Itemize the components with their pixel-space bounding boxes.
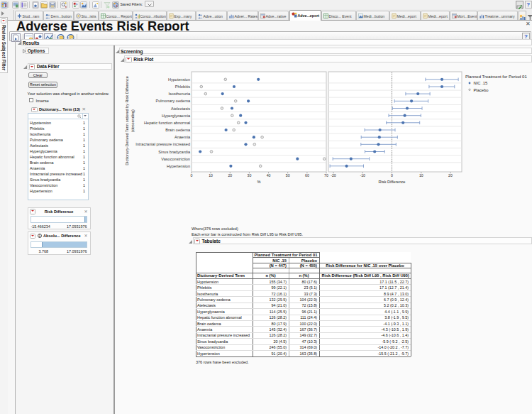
svg-text:Anaemia: Anaemia [174,135,191,139]
svg-text:70: 70 [324,173,328,178]
svg-text:-20: -20 [331,173,336,178]
svg-text:40: 40 [267,173,271,178]
svg-text:10: 10 [419,173,423,178]
svg-text:Hyperglycaemia: Hyperglycaemia [162,114,191,118]
svg-text:Intracranial pressure increase: Intracranial pressure increased [135,142,190,146]
svg-text:0: 0 [191,173,193,178]
svg-text:30: 30 [248,173,252,178]
svg-text:Risk Difference: Risk Difference [379,180,406,184]
svg-text:10: 10 [209,173,213,178]
svg-text:20: 20 [228,173,232,178]
svg-text:%: % [257,180,261,184]
svg-text:Isosthenuria: Isosthenuria [169,92,191,96]
svg-text:Pulmonary oedema: Pulmonary oedema [155,99,190,103]
svg-text:Atelectasis: Atelectasis [171,107,190,111]
svg-text:-10: -10 [360,173,365,178]
svg-text:Dictionary-Derived Term ordere: Dictionary-Derived Term ordered by Risk … [125,76,129,165]
svg-text:20: 20 [448,173,453,178]
svg-text:Hypertension: Hypertension [167,164,190,168]
svg-text:60: 60 [305,173,309,178]
svg-text:NIC .15: NIC .15 [474,81,488,85]
svg-text:Planned Treatment for Period 0: Planned Treatment for Period 01 [465,75,527,79]
svg-text:50: 50 [286,173,290,178]
svg-text:Sinus bradycardia: Sinus bradycardia [158,150,191,154]
svg-text:0: 0 [391,173,393,178]
svg-text:Hypotension: Hypotension [168,77,190,82]
svg-text:Vasoconstriction: Vasoconstriction [161,157,190,161]
svg-text:(descending): (descending) [131,109,135,132]
svg-text:Phlebitis: Phlebitis [175,85,190,89]
svg-text:Brain oedema: Brain oedema [165,128,191,132]
svg-text:Placebo: Placebo [474,88,489,92]
svg-text:Hepatic function abnormal: Hepatic function abnormal [144,121,190,125]
